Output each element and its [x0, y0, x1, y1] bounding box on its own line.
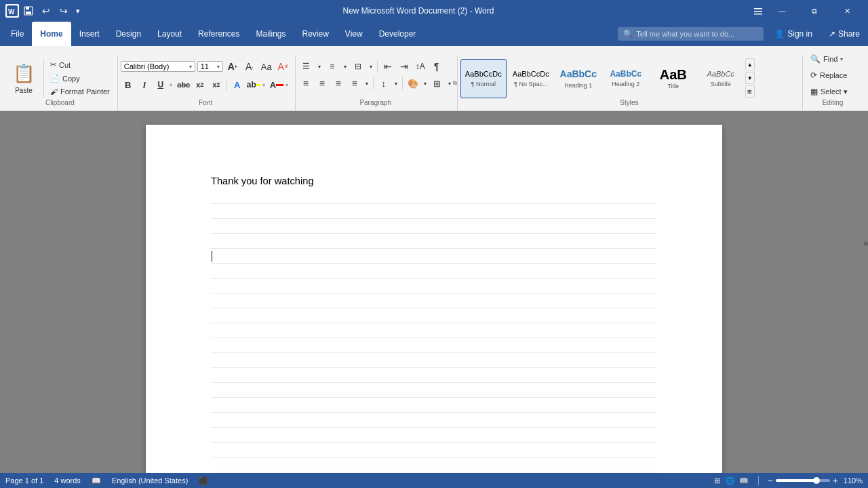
align-center-button[interactable]: ≡ — [315, 76, 330, 91]
web-layout-button[interactable]: 🌐 — [724, 475, 736, 486]
highlight-arrow[interactable]: ▾ — [262, 82, 268, 88]
share-button[interactable]: ↗ Share — [823, 29, 865, 39]
underline-button[interactable]: U — [153, 77, 168, 92]
doc-cursor-line[interactable] — [211, 249, 657, 264]
style-no-spacing[interactable]: AaBbCcDc ¶ No Spac... — [508, 59, 554, 98]
paragraph-dialog-launcher[interactable]: ⧉ — [453, 80, 457, 87]
restore-button[interactable]: ⧉ — [799, 0, 830, 22]
multilevel-button[interactable]: ⊟ — [350, 59, 366, 74]
search-box[interactable]: 🔍 — [618, 27, 764, 41]
search-input[interactable] — [636, 30, 758, 38]
underline-arrow[interactable]: ▾ — [170, 82, 175, 88]
menu-home[interactable]: Home — [32, 22, 71, 46]
subscript-button[interactable]: x2 — [193, 77, 208, 92]
sort-button[interactable]: ↕A — [413, 59, 428, 74]
zoom-in-button[interactable]: + — [833, 475, 838, 486]
search-icon: 🔍 — [623, 29, 633, 39]
zoom-level[interactable]: 110% — [844, 476, 863, 485]
menu-insert[interactable]: Insert — [71, 22, 108, 46]
style-normal[interactable]: AaBbCcDc ¶ Normal — [460, 59, 507, 98]
superscript-button[interactable]: x2 — [209, 77, 224, 92]
document-content[interactable]: Thank you for watching — [211, 174, 657, 473]
bullets-arrow[interactable]: ▾ — [316, 59, 323, 74]
zoom-slider[interactable] — [776, 479, 830, 482]
proofing-icon[interactable]: 📖 — [92, 476, 101, 485]
close-button[interactable]: ✕ — [831, 0, 863, 22]
line-spacing-arrow[interactable]: ▾ — [393, 76, 399, 91]
copy-button[interactable]: 📄 Copy — [47, 72, 113, 85]
font-color-button[interactable]: A — [269, 77, 284, 92]
styles-expand[interactable]: ⊞ — [745, 85, 755, 98]
print-layout-button[interactable]: ⊞ — [711, 475, 723, 486]
macro-icon[interactable]: ⬛ — [199, 476, 208, 485]
find-arrow[interactable]: ▾ — [840, 56, 843, 62]
borders-button[interactable]: ⊞ — [430, 76, 445, 91]
read-mode-button[interactable]: 📖 — [738, 475, 750, 486]
style-heading2[interactable]: AaBbCc Heading 2 — [603, 59, 649, 98]
styles-scroll-up[interactable]: ▲ — [745, 58, 755, 70]
style-subtitle[interactable]: AaBbCc Subtitle — [698, 59, 744, 98]
status-bar-right: ⊞ 🌐 📖 − + 110% — [711, 475, 863, 486]
show-marks-button[interactable]: ¶ — [429, 59, 444, 74]
document-text: Thank you for watching — [211, 176, 314, 186]
doc-line-12 — [211, 338, 657, 353]
style-title[interactable]: AaB Title — [650, 59, 696, 98]
doc-line-13 — [211, 353, 657, 368]
ribbon-toggle-button[interactable] — [751, 4, 765, 18]
select-button[interactable]: ▦ Select ▾ — [806, 84, 852, 99]
select-icon: ▦ — [810, 87, 818, 96]
style-heading1[interactable]: AaBbCc Heading 1 — [555, 59, 601, 98]
justify-button[interactable]: ≡ — [347, 76, 362, 91]
document-page[interactable]: Thank you for watching — [146, 125, 722, 473]
styles-scroll-down[interactable]: ▼ — [745, 72, 755, 84]
styles-dialog-launcher[interactable]: ⧉ — [864, 241, 868, 247]
bullets-button[interactable]: ☰ — [298, 59, 315, 74]
menu-references[interactable]: References — [190, 22, 248, 46]
cut-button[interactable]: ✂ Cut — [47, 58, 113, 71]
font-name-select[interactable]: Calibri (Body) ▾ — [121, 61, 195, 72]
numbering-arrow[interactable]: ▾ — [342, 59, 349, 74]
align-arrow[interactable]: ▾ — [363, 76, 370, 91]
decrease-indent-button[interactable]: ⇤ — [380, 59, 395, 74]
multilevel-arrow[interactable]: ▾ — [368, 59, 374, 74]
bold-button[interactable]: B — [121, 77, 136, 92]
find-button[interactable]: 🔍 Find ▾ — [806, 52, 852, 66]
numbering-button[interactable]: ≡ — [324, 59, 340, 74]
italic-button[interactable]: I — [137, 77, 152, 92]
quick-access-dropdown[interactable]: ▾ — [76, 6, 85, 16]
increase-font-button[interactable]: A+ — [225, 59, 240, 74]
strikethrough-button[interactable]: abc — [176, 77, 191, 92]
text-effects-button[interactable]: A — [230, 77, 245, 92]
menu-layout[interactable]: Layout — [149, 22, 190, 46]
text-highlight-button[interactable]: ab — [246, 77, 261, 92]
borders-arrow[interactable]: ▾ — [446, 76, 453, 91]
font-color-arrow[interactable]: ▾ — [285, 82, 291, 88]
shading-arrow[interactable]: ▾ — [422, 76, 429, 91]
replace-button[interactable]: ⟳ Replace — [806, 68, 852, 83]
undo-button[interactable]: ↩ — [38, 3, 54, 19]
font-size-select[interactable]: 11 ▾ — [197, 61, 223, 72]
document-area[interactable]: Thank you for watching — [0, 111, 868, 473]
line-spacing-button[interactable]: ↕ — [376, 76, 391, 91]
redo-button[interactable]: ↪ — [56, 3, 72, 19]
sign-in-button[interactable]: 👤 Sign in — [769, 29, 818, 39]
menu-view[interactable]: View — [337, 22, 371, 46]
align-right-button[interactable]: ≡ — [331, 76, 346, 91]
shading-button[interactable]: 🎨 — [406, 76, 420, 91]
change-case-button[interactable]: Aa — [259, 59, 274, 74]
paste-button[interactable]: 📋 Paste — [7, 58, 41, 99]
menu-file[interactable]: File — [3, 22, 32, 46]
title-bar: W ↩ ↪ ▾ New Microsoft Word Document (2) … — [0, 0, 868, 22]
menu-developer[interactable]: Developer — [371, 22, 425, 46]
menu-design[interactable]: Design — [108, 22, 149, 46]
decrease-font-button[interactable]: A- — [242, 59, 257, 74]
minimize-button[interactable]: — — [766, 0, 797, 22]
increase-indent-button[interactable]: ⇥ — [397, 59, 412, 74]
menu-review[interactable]: Review — [294, 22, 336, 46]
clear-format-button[interactable]: A✗ — [276, 59, 291, 74]
menu-mailings[interactable]: Mailings — [248, 22, 294, 46]
save-icon[interactable] — [23, 5, 34, 16]
align-left-button[interactable]: ≡ — [298, 76, 313, 91]
zoom-out-button[interactable]: − — [767, 475, 772, 486]
format-painter-button[interactable]: 🖌 Format Painter — [47, 85, 113, 98]
